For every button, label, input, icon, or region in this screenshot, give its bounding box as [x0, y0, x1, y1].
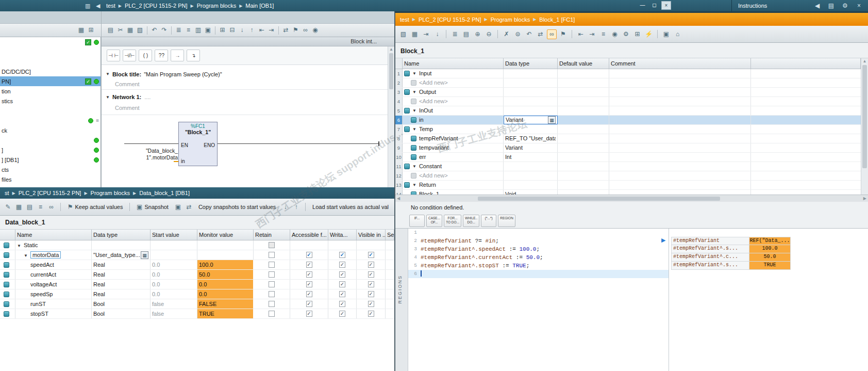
editor-toolbar-icon[interactable]: ⇄ — [281, 25, 291, 35]
network-title-placeholder[interactable]: .... — [144, 94, 151, 100]
breadcrumb-item[interactable]: PLC_2 [CPU 1515-2 PN] — [125, 3, 188, 9]
checkbox-cell[interactable]: ✓ — [328, 250, 357, 260]
datatype-cell[interactable]: "User_data_type...▦ — [92, 250, 151, 260]
checkbox-cell[interactable]: ✓ — [290, 260, 328, 269]
empty-box-icon[interactable]: ?? — [155, 50, 168, 61]
checkbox[interactable]: ✓ — [306, 291, 312, 297]
scroll-left-icon[interactable]: ◀ — [397, 196, 400, 202]
checkbox[interactable]: ✓ — [339, 291, 345, 297]
name-cell[interactable]: ▼Return — [403, 181, 504, 189]
project-tree-item[interactable]: ✓ — [0, 37, 101, 47]
instructions-panel-icon[interactable]: × — [854, 1, 864, 11]
checkbox[interactable] — [269, 262, 275, 268]
block-title-row[interactable]: ▼ Block title: "Main Program Sweep (Cycl… — [102, 69, 394, 79]
code-line[interactable]: 1 — [408, 229, 669, 237]
checkbox-cell[interactable] — [254, 289, 290, 299]
checkbox-cell[interactable] — [254, 250, 290, 260]
breadcrumb-item[interactable]: PLC_2 [CPU 1515-2 PN] — [19, 190, 81, 196]
editor-toolbar-icon[interactable]: ▦ — [125, 25, 135, 35]
watch-monitor-value[interactable]: TRUE — [749, 262, 791, 270]
regions-tab[interactable]: REGIONS — [397, 275, 403, 304]
close-branch-icon[interactable]: ↴ — [187, 50, 200, 61]
scrollbar-thumb[interactable] — [478, 197, 720, 201]
close-button[interactable]: × — [661, 1, 671, 10]
db-toolbar-icon[interactable]: ∞ — [46, 202, 56, 212]
name-cell[interactable]: ▼Input — [403, 69, 504, 78]
default-value-cell[interactable] — [558, 162, 609, 171]
watch-variable-name[interactable]: #tempRefVariant — [671, 237, 749, 245]
interface-row[interactable]: 11▼Constant — [395, 162, 861, 171]
monitoring-toggle-icon[interactable]: ∞ — [547, 29, 557, 39]
watch-monitor-value[interactable]: REF("Data_... — [749, 237, 791, 245]
db-toolbar-icon[interactable]: ▣ — [173, 202, 183, 212]
datatype-cell[interactable] — [504, 97, 558, 106]
load-start-values-button[interactable]: Load start values as actual val — [310, 203, 391, 211]
in-operand[interactable]: "Data_block_ 1".motorData — [138, 148, 178, 161]
datatype-cell[interactable]: Real — [92, 280, 151, 289]
breadcrumb-item[interactable]: test — [106, 3, 115, 9]
checkbox-cell[interactable]: ✓ — [290, 280, 328, 289]
checkbox[interactable] — [269, 301, 275, 307]
breadcrumb-item[interactable]: Main [OB1] — [245, 3, 274, 9]
datatype-browse-button[interactable]: ▦ — [141, 251, 148, 259]
interface-row[interactable]: 5▼InOut — [395, 106, 861, 116]
collapse-icon[interactable]: ▼ — [106, 95, 110, 100]
restore-button[interactable]: ◻ — [649, 1, 659, 10]
fc-toolbar-icon[interactable]: ▣ — [661, 29, 671, 39]
comment-cell[interactable] — [609, 78, 751, 87]
name-cell[interactable]: Block_1 — [403, 190, 504, 195]
editor-toolbar-icon[interactable]: ▧ — [135, 25, 145, 35]
coil-icon[interactable]: ( ) — [139, 50, 152, 61]
checkbox[interactable]: ✓ — [306, 252, 312, 258]
tree-toolbar-icon[interactable]: ⊞ — [86, 25, 96, 35]
checkbox-cell[interactable] — [328, 240, 357, 250]
checkbox-cell[interactable]: ✓ — [357, 289, 386, 299]
open-branch-icon[interactable]: → — [171, 50, 184, 61]
breadcrumb-item[interactable]: Program blocks — [197, 3, 236, 9]
datatype-cell[interactable] — [504, 125, 558, 134]
table-row[interactable]: stopSTBoolfalseTRUE✓✓✓ — [0, 309, 394, 319]
default-value-cell[interactable] — [558, 69, 609, 78]
code-snippet-button[interactable]: (*...*) — [481, 215, 496, 227]
checkbox[interactable]: ✓ — [368, 252, 374, 258]
start-value-cell[interactable]: false — [151, 299, 197, 309]
fc-toolbar-icon[interactable]: ⊖ — [484, 29, 494, 39]
checkbox[interactable]: ✓ — [339, 311, 345, 317]
expander-icon[interactable]: ▼ — [412, 106, 416, 115]
default-value-cell[interactable] — [558, 181, 609, 189]
fc-toolbar-icon[interactable]: ⇤ — [576, 29, 586, 39]
checkbox-cell[interactable] — [254, 280, 290, 289]
checkbox-cell[interactable]: ✓ — [357, 270, 386, 279]
name-cell[interactable]: <Add new> — [403, 171, 504, 180]
fc-toolbar-icon[interactable]: ⊕ — [473, 29, 482, 39]
table-row[interactable]: speedSpReal0.00.0✓✓✓ — [0, 289, 394, 299]
code-snippet-button[interactable]: IF... — [409, 215, 425, 227]
checkbox-cell[interactable] — [254, 260, 290, 269]
eno-pin[interactable]: ENO — [204, 142, 215, 148]
project-tree-item[interactable]: ≡ — [0, 116, 101, 125]
fc-toolbar-icon[interactable]: ⚡ — [644, 29, 654, 39]
comment-cell[interactable] — [609, 88, 751, 96]
watch-monitor-value[interactable]: 100.0 — [749, 245, 791, 253]
fc-toolbar-icon[interactable]: ▤ — [461, 29, 471, 39]
editor-toolbar-icon[interactable]: ▤ — [106, 25, 115, 35]
start-value-cell[interactable]: 0.0 — [151, 270, 197, 279]
comment-cell[interactable] — [609, 134, 751, 143]
datatype-cell[interactable]: Real — [92, 289, 151, 299]
breadcrumb-item[interactable]: Block_1 [FC1] — [539, 17, 575, 23]
code-snippet-button[interactable]: REGION — [498, 215, 515, 227]
instructions-panel-icon[interactable]: ▤ — [826, 1, 836, 11]
editor-toolbar-icon[interactable]: ⊞ — [218, 25, 227, 35]
scroll-up-icon[interactable]: ▲ — [388, 46, 394, 53]
tree-toolbar-icon[interactable]: ▦ — [76, 25, 86, 35]
checkbox[interactable]: ✓ — [306, 311, 312, 317]
editor-toolbar-icon[interactable]: ◉ — [310, 25, 320, 35]
breadcrumb-item[interactable]: Program blocks — [491, 17, 530, 23]
interface-row[interactable]: 2<Add new> — [395, 78, 861, 88]
checkbox-cell[interactable]: ✓ — [290, 289, 328, 299]
fc-toolbar-icon[interactable]: ⌂ — [673, 29, 682, 39]
table-row[interactable]: ▼motorData"User_data_type...▦✓✓✓ — [0, 250, 394, 260]
project-tree-item[interactable]: ck — [0, 125, 101, 135]
editor-toolbar-icon[interactable]: ✂ — [115, 25, 125, 35]
checkbox-cell[interactable]: ✓ — [328, 270, 357, 279]
